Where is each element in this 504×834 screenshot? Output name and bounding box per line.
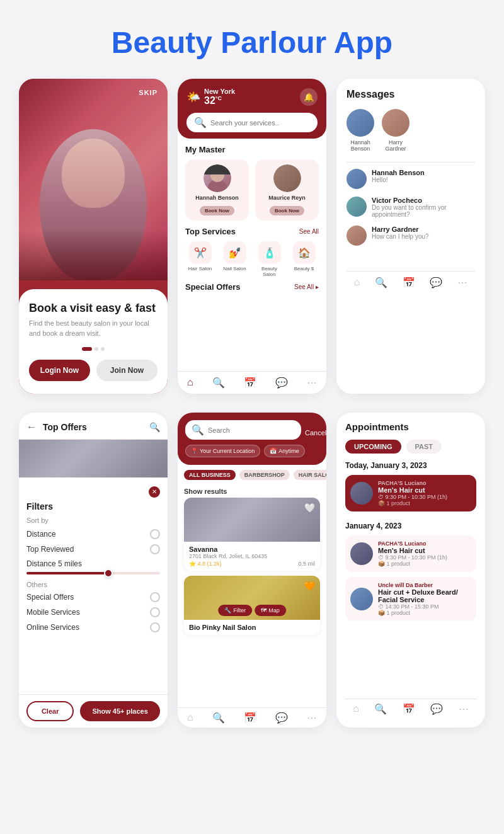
nav-more-icon[interactable]: ⋯: [307, 377, 317, 389]
filter-top-reviewed[interactable]: Top Reviewed: [26, 544, 160, 554]
nav-calendar-icon-msg[interactable]: 📅: [403, 277, 415, 288]
service-hair-salon[interactable]: ✂️ Hair Salon: [185, 241, 215, 277]
tab-hair-salon[interactable]: HAIR SALON: [294, 470, 326, 480]
search-field[interactable]: [208, 426, 295, 434]
mobile-services-radio[interactable]: [150, 607, 160, 617]
show-places-button[interactable]: Show 45+ places: [80, 701, 160, 721]
skip-button[interactable]: SKIP: [139, 89, 158, 96]
nav-more-icon-msg[interactable]: ⋯: [457, 277, 467, 288]
nav-calendar-appts[interactable]: 📅: [403, 703, 415, 715]
nav-calendar-icon[interactable]: 📅: [244, 377, 256, 389]
nav-more-search[interactable]: ⋯: [307, 712, 317, 724]
appt-avatar-3: [350, 588, 373, 610]
service-beauty-salon[interactable]: 🧴 Beauty Salon: [255, 241, 284, 277]
nav-chat-icon-msg[interactable]: 💬: [430, 277, 442, 288]
filter-bottom-buttons: Clear Show 45+ places: [19, 694, 168, 728]
back-button[interactable]: ←: [26, 421, 37, 433]
tab-past[interactable]: PAST: [406, 440, 442, 454]
msg-avatar-harry: [346, 226, 367, 246]
home-body: My Master Hannah Benson Book Now: [178, 139, 326, 371]
nav-chat-search[interactable]: 💬: [275, 712, 288, 724]
appt-card-1[interactable]: PACHA'S Luciano Men's Hair cut ⏱ 9:30 PM…: [345, 475, 476, 511]
contact-harry[interactable]: HarryGardner: [382, 109, 410, 152]
nav-more-appts[interactable]: ⋯: [459, 703, 469, 715]
nav-search-icon-msg[interactable]: 🔍: [375, 277, 387, 288]
contact-hannah[interactable]: HannahBenson: [346, 109, 374, 152]
top-reviewed-radio[interactable]: [150, 544, 160, 554]
nav-search-search[interactable]: 🔍: [212, 712, 225, 724]
message-item-hannah[interactable]: Hannah Benson Hello!: [346, 169, 475, 189]
result-card-bio-pinky[interactable]: 🧡 🔧 Filter 🗺 Map Bio Pinky Nail Salon: [184, 576, 320, 635]
nav-home-appts[interactable]: ⌂: [353, 703, 359, 715]
beauty-spa-icon: 🏠: [293, 241, 316, 264]
slider-thumb[interactable]: [104, 569, 113, 578]
nav-chat-appts[interactable]: 💬: [430, 703, 443, 715]
notification-bell-button[interactable]: 🔔: [300, 88, 318, 106]
nav-chat-icon[interactable]: 💬: [275, 377, 288, 389]
time-pill[interactable]: 📅 Anytime: [264, 445, 305, 457]
nav-home-search[interactable]: ⌂: [187, 712, 193, 724]
login-now-button[interactable]: Login Now: [29, 360, 90, 381]
mobile-services-label: Mobile Services: [26, 608, 80, 617]
filter-online-services[interactable]: Online Services: [26, 622, 160, 632]
join-now-button[interactable]: Join Now: [96, 360, 158, 381]
appointments-title: Appointments: [345, 421, 476, 432]
appt-card-2[interactable]: PACHA'S Luciano Men's Hair cut ⏱ 9:30 PM…: [345, 535, 476, 572]
result-card-savanna[interactable]: 🤍 Savanna 2701 Black Rd, Joliet, IL 6043…: [184, 498, 320, 571]
date-label-jan4: January 4, 2023: [345, 522, 476, 530]
bio-pinky-image: 🧡 🔧 Filter 🗺 Map: [184, 576, 320, 620]
tab-all-business[interactable]: ALL BUSINESS: [184, 470, 236, 480]
see-all-offers[interactable]: See All ▸: [294, 283, 319, 290]
favorite-button-bio-pinky[interactable]: 🧡: [304, 581, 315, 591]
contact-name-harry: HarryGardner: [382, 139, 410, 152]
filter-mobile-services[interactable]: Mobile Services: [26, 607, 160, 617]
search-bar-container[interactable]: 🔍: [185, 420, 301, 440]
msg-avatar-victor: [346, 197, 367, 217]
online-services-radio[interactable]: [150, 622, 160, 632]
distance-slider[interactable]: [26, 572, 160, 574]
see-all-services[interactable]: See All: [299, 228, 319, 235]
filter-distance[interactable]: Distance: [26, 529, 160, 539]
tab-upcoming[interactable]: UPCOMING: [345, 440, 401, 454]
screen-home: 🌤️ New York 32°C 🔔 🔍 My Master: [178, 79, 326, 394]
filter-special-offers[interactable]: Special Offers: [26, 592, 160, 602]
search-button[interactable]: 🔍: [149, 422, 160, 432]
hair-salon-icon: ✂️: [189, 241, 212, 264]
message-item-victor[interactable]: Victor Pocheco Do you want to confirm yo…: [346, 197, 475, 218]
home-header: 🌤️ New York 32°C 🔔 🔍: [178, 79, 326, 139]
nav-search-icon[interactable]: 🔍: [212, 377, 225, 389]
msg-text-hannah: Hello!: [372, 176, 425, 183]
distance-radio[interactable]: [150, 529, 160, 539]
search-input-row: 🔍 Cancel: [185, 420, 319, 445]
service-beauty-spa[interactable]: 🏠 Beauty $: [289, 241, 319, 277]
appt-info-1: PACHA'S Luciano Men's Hair cut ⏱ 9:30 PM…: [378, 480, 471, 506]
close-button[interactable]: ✕: [149, 486, 160, 498]
home-search-bar[interactable]: 🔍: [186, 113, 318, 132]
search-input[interactable]: [210, 119, 310, 127]
clear-button[interactable]: Clear: [26, 701, 74, 721]
book-now-button-hannah[interactable]: Book Now: [200, 206, 234, 215]
message-list: Hannah Benson Hello! Victor Pocheco Do y…: [346, 169, 475, 246]
nav-search-appts[interactable]: 🔍: [374, 703, 387, 715]
favorite-button-savanna[interactable]: 🤍: [304, 503, 315, 513]
nav-home-icon[interactable]: ⌂: [187, 377, 193, 389]
anytime-label: Anytime: [278, 448, 299, 454]
nav-calendar-search[interactable]: 📅: [244, 712, 256, 724]
nav-home-icon-msg[interactable]: ⌂: [354, 277, 360, 288]
message-item-harry[interactable]: Harry Gardner How can I help you?: [346, 226, 475, 246]
msg-content-harry: Harry Gardner How can I help you?: [372, 226, 429, 240]
distance-miles-label: Distance 5 miles: [26, 559, 160, 568]
book-now-button-maurice[interactable]: Book Now: [270, 206, 304, 215]
location-pill[interactable]: 📍 Your Current Location: [185, 445, 260, 457]
special-offers-radio[interactable]: [150, 592, 160, 602]
tab-barbershop[interactable]: BARBERSHOP: [239, 470, 290, 480]
cancel-search-button[interactable]: Cancel: [305, 429, 326, 437]
service-nail-salon[interactable]: 💅 Nail Salon: [220, 241, 249, 277]
category-filter-tabs: ALL BUSINESS BARBERSHOP HAIR SALON MASSA: [178, 465, 326, 485]
map-button[interactable]: 🗺 Map: [255, 605, 286, 616]
search-icon: 🔍: [194, 117, 207, 129]
offer-preview-image: [19, 440, 168, 477]
appt-card-3[interactable]: Uncle will Da Barber Hair cut + Deluxe B…: [345, 577, 476, 621]
filter-button[interactable]: 🔧 Filter: [218, 605, 252, 616]
special-offers-label: Special Offers: [26, 593, 74, 602]
